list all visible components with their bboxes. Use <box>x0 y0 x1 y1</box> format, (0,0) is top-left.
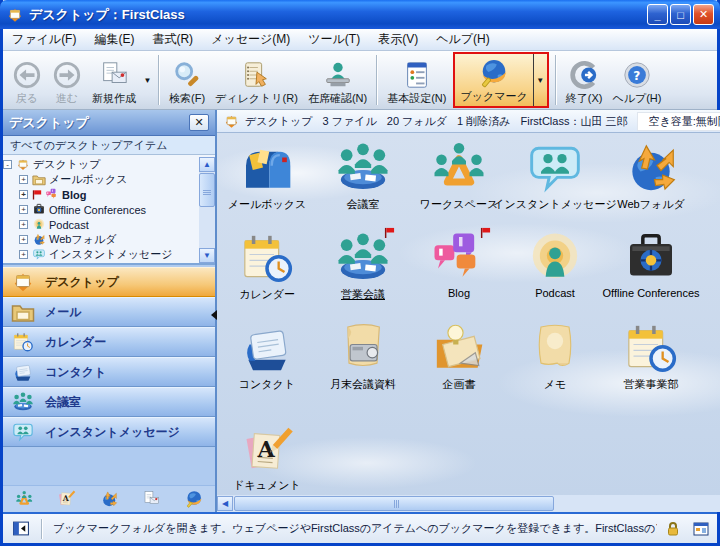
exit-icon <box>569 60 599 90</box>
close-button[interactable]: ✕ <box>693 4 714 25</box>
expand-toggle[interactable]: + <box>19 250 28 259</box>
expand-toggle[interactable]: + <box>19 235 28 244</box>
presence-button[interactable]: 在席確認(N) <box>303 52 372 108</box>
presence-icon <box>323 60 353 90</box>
sidebar-item-calendar[interactable]: カレンダー <box>3 327 215 357</box>
menu-format[interactable]: 書式(R) <box>143 29 202 50</box>
new-document-button[interactable]: 新規作成 <box>87 52 141 108</box>
quota-badge: 空き容量:無制限 <box>637 112 720 131</box>
web-folder-icon <box>32 233 46 246</box>
document-icon <box>238 426 296 477</box>
desktop-item-podcast[interactable]: Podcast <box>507 223 603 313</box>
file-count: 3 ファイル <box>323 114 377 129</box>
scroll-down-arrow[interactable]: ▼ <box>199 248 215 263</box>
directory-button[interactable]: ディレクトリ(R) <box>210 52 303 108</box>
desktop-item-webfolder[interactable]: Webフォルダ <box>603 133 699 223</box>
forward-icon <box>52 60 82 90</box>
tree-scrollbar[interactable]: ▲ ▼ <box>199 157 215 263</box>
expand-toggle[interactable]: + <box>19 205 28 214</box>
back-button[interactable]: 戻る <box>7 52 47 108</box>
window-title: デスクトップ：FirstClass <box>29 6 647 24</box>
sidebar-panel-header: デスクトップ ✕ <box>3 110 215 136</box>
web-folder-icon[interactable] <box>100 490 118 508</box>
scroll-thumb[interactable] <box>234 496 554 511</box>
sidebar-item-contact[interactable]: コンタクト <box>3 357 215 387</box>
mail-icon <box>11 301 35 323</box>
expand-toggle[interactable]: + <box>19 190 28 199</box>
toolbar-separator <box>376 55 378 105</box>
memo-icon <box>526 320 584 376</box>
desktop-item-offline-conferences[interactable]: Offline Conferences <box>603 223 699 313</box>
menu-edit[interactable]: 編集(E) <box>85 29 143 50</box>
tree-item-offline-conferences[interactable]: + Offline Conferences <box>3 202 198 217</box>
search-icon <box>172 60 202 90</box>
desktop-item-memo[interactable]: メモ <box>507 313 603 403</box>
main-title: デスクトップ <box>245 114 313 129</box>
desktop-tree: - デスクトップ + メールボックス + Blog <box>3 155 215 265</box>
menu-help[interactable]: ヘルプ(H) <box>427 29 499 50</box>
directory-icon <box>241 60 271 90</box>
note-icon[interactable] <box>142 490 160 508</box>
unread-flag-icon <box>384 227 395 238</box>
bookmark-button[interactable]: ブックマーク <box>455 54 532 106</box>
exit-button[interactable]: 終了(X) <box>561 52 608 108</box>
briefcase-icon <box>32 203 46 216</box>
bookmark-globe-icon[interactable] <box>185 490 203 508</box>
menu-view[interactable]: 表示(V) <box>369 29 427 50</box>
scroll-up-arrow[interactable]: ▲ <box>199 157 215 172</box>
collapse-toggle[interactable]: - <box>3 160 12 169</box>
tree-item-instant-message[interactable]: + インスタントメッセージ <box>3 247 198 262</box>
sidebar-item-mail[interactable]: メール <box>3 297 215 327</box>
desktop-item-document[interactable]: ドキュメント <box>219 419 315 493</box>
maximize-button[interactable]: □ <box>670 4 691 25</box>
desktop-item-monthly-meeting-docs[interactable]: 月末会議資料 <box>315 313 411 403</box>
minimize-button[interactable]: _ <box>647 4 668 25</box>
calendar-icon <box>622 320 680 376</box>
web-folder-icon <box>622 140 680 196</box>
folder-count: 20 フォルダ <box>387 114 447 129</box>
toolbar: 戻る 進む 新規作成 ▼ 検索(F) ディレクトリ(R) 在席確認(N) <box>3 51 717 110</box>
desktop-item-proposal[interactable]: 企画書 <box>411 313 507 403</box>
layout-icon[interactable] <box>693 521 709 537</box>
icon-grid: メールボックス 会議室 ワークスペース インスタントメッセージ <box>219 133 699 493</box>
panel-toggle-icon[interactable] <box>11 520 31 537</box>
scroll-thumb[interactable] <box>199 173 215 207</box>
tree-item-blog[interactable]: + Blog <box>3 187 198 202</box>
help-button[interactable]: ヘルプ(H) <box>607 52 666 108</box>
horizontal-scrollbar[interactable]: ◀ ▶ <box>217 495 720 512</box>
conference-icon <box>334 230 392 286</box>
sidebar-close-button[interactable]: ✕ <box>189 114 209 131</box>
bookmark-dropdown-arrow[interactable]: ▼ <box>533 54 547 106</box>
expand-toggle[interactable]: + <box>19 175 28 184</box>
tree-item-mailbox[interactable]: + メールボックス <box>3 172 198 187</box>
sidebar: デスクトップ ✕ すべてのデスクトップアイテム - デスクトップ + メールボッ… <box>3 110 217 512</box>
tree-item-desktop[interactable]: - デスクトップ <box>3 157 198 172</box>
document-icon[interactable] <box>57 490 75 508</box>
scroll-left-arrow[interactable]: ◀ <box>217 496 233 511</box>
desktop-item-blog[interactable]: Blog <box>411 223 507 313</box>
menu-file[interactable]: ファイル(F) <box>3 29 85 50</box>
desktop-item-sales-meeting[interactable]: 営業会議 <box>315 223 411 313</box>
desktop-item-mailbox[interactable]: メールボックス <box>219 133 315 223</box>
menu-message[interactable]: メッセージ(M) <box>202 29 299 50</box>
title-bar[interactable]: デスクトップ：FirstClass _ □ ✕ <box>0 0 720 29</box>
help-icon <box>622 60 652 90</box>
tree-item-webfolder[interactable]: + Webフォルダ <box>3 232 198 247</box>
preferences-button[interactable]: 基本設定(N) <box>382 52 451 108</box>
desktop-item-conference[interactable]: 会議室 <box>315 133 411 223</box>
sidebar-item-desktop[interactable]: デスクトップ <box>3 267 215 297</box>
tree-item-podcast[interactable]: + Podcast <box>3 217 198 232</box>
desktop-item-calendar[interactable]: カレンダー <box>219 223 315 313</box>
workspace-icon[interactable] <box>15 490 33 508</box>
desktop-item-contact[interactable]: コンタクト <box>219 313 315 403</box>
expand-toggle[interactable]: + <box>19 220 28 229</box>
desktop-item-sales-division[interactable]: 営業事業部 <box>603 313 699 403</box>
search-button[interactable]: 検索(F) <box>164 52 210 108</box>
sidebar-item-conference[interactable]: 会議室 <box>3 387 215 417</box>
desktop-item-instant-message[interactable]: インスタントメッセージ <box>507 133 603 223</box>
tree-item-calendar[interactable]: + カレンダー <box>3 262 198 263</box>
menu-tools[interactable]: ツール(T) <box>299 29 369 50</box>
forward-button[interactable]: 進む <box>47 52 87 108</box>
sidebar-item-instant-message[interactable]: インスタントメッセージ <box>3 417 215 447</box>
new-document-dropdown-arrow[interactable]: ▼ <box>141 60 154 100</box>
